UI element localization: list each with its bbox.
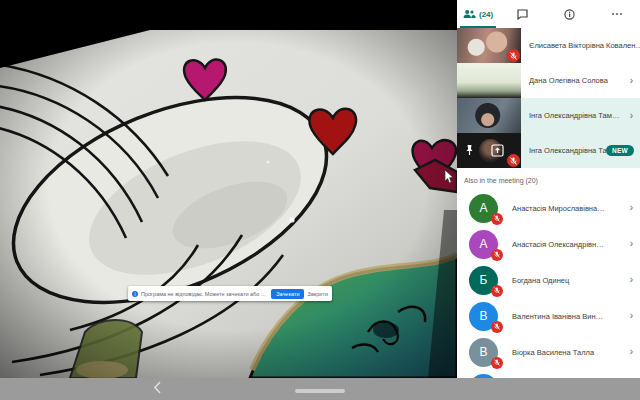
participant-name: Анастасія Мирославівна… bbox=[498, 204, 623, 213]
avatar-initial: А bbox=[479, 237, 487, 251]
more-options-button[interactable] bbox=[593, 0, 640, 28]
home-gesture-pill[interactable] bbox=[295, 389, 345, 393]
participant-video-thumbnail bbox=[457, 28, 521, 63]
participant-row[interactable]: Б Богдана Одинец › bbox=[457, 262, 640, 298]
chevron-right-icon[interactable]: › bbox=[623, 203, 640, 213]
mic-off-icon bbox=[494, 251, 500, 258]
pin-icon bbox=[465, 144, 474, 156]
info-icon bbox=[564, 9, 575, 20]
mic-off-icon bbox=[494, 323, 500, 330]
participant-row[interactable]: А Анастасія Мирославівна… › bbox=[457, 190, 640, 226]
present-screen-icon bbox=[491, 144, 504, 157]
chevron-right-icon[interactable]: › bbox=[623, 111, 640, 121]
participant-row[interactable]: В Валентина Іванівна Вин… › bbox=[457, 298, 640, 334]
info-dot-icon: i bbox=[132, 291, 138, 297]
chevron-left-icon bbox=[153, 381, 161, 394]
mic-off-icon bbox=[494, 287, 500, 294]
avatar-initial: А bbox=[479, 201, 487, 215]
participant-name: Дана Олегівна Солова bbox=[521, 76, 623, 85]
avatar-initial: В bbox=[479, 345, 487, 359]
avatar-initial: Б bbox=[480, 273, 488, 287]
people-icon bbox=[463, 9, 476, 19]
participant-name: Валентина Іванівна Вин… bbox=[498, 312, 623, 321]
participant-name: Віорка Василена Талла bbox=[498, 348, 623, 357]
mic-off-badge bbox=[491, 357, 503, 369]
mic-off-badge bbox=[491, 321, 503, 333]
avatar-initial: В bbox=[479, 309, 487, 323]
participant-name: Богдана Одинец bbox=[498, 276, 623, 285]
participant-row[interactable]: Єлисавета Вікторівна Ковален… bbox=[457, 28, 640, 63]
participant-video-thumbnail bbox=[457, 133, 521, 168]
chat-icon bbox=[517, 9, 528, 20]
mic-off-badge bbox=[491, 213, 503, 225]
meet-app: i Програма не відповідає. Можете зачекат… bbox=[0, 0, 640, 400]
in-page-notification-bar: i Програма не відповідає. Можете зачекат… bbox=[128, 286, 332, 301]
chevron-right-icon[interactable]: › bbox=[623, 275, 640, 285]
mic-off-badge bbox=[491, 285, 503, 297]
info-button[interactable] bbox=[546, 0, 593, 28]
more-icon bbox=[611, 12, 623, 16]
new-badge: NEW bbox=[606, 145, 634, 156]
mic-off-icon bbox=[494, 215, 500, 222]
panel-header: (24) bbox=[457, 0, 640, 28]
avatar: А bbox=[469, 230, 498, 259]
notification-dismiss-link[interactable]: Закрити bbox=[307, 291, 328, 297]
participant-row[interactable]: В Віорка Василена Талла › bbox=[457, 334, 640, 370]
chat-button[interactable] bbox=[499, 0, 546, 28]
chevron-right-icon[interactable]: › bbox=[623, 311, 640, 321]
mic-off-icon bbox=[510, 52, 517, 60]
chevron-right-icon[interactable]: › bbox=[623, 347, 640, 357]
participant-row[interactable]: Інга Олександрівна Там… › bbox=[457, 98, 640, 133]
mic-off-badge bbox=[507, 49, 520, 62]
avatar: А bbox=[469, 194, 498, 223]
mouse-cursor bbox=[444, 170, 454, 184]
avatar: В bbox=[469, 338, 498, 367]
participant-video-thumbnail bbox=[457, 63, 521, 98]
mic-off-badge bbox=[491, 249, 503, 261]
avatar: Б bbox=[469, 266, 498, 295]
shared-artwork-image bbox=[0, 30, 457, 378]
notification-primary-button[interactable]: Зачекати bbox=[271, 289, 304, 299]
participant-row[interactable]: Інга Олександрівна Та… NEW bbox=[457, 133, 640, 168]
mic-off-icon bbox=[510, 157, 517, 165]
participant-name: Анастасія Олександрівн… bbox=[498, 240, 623, 249]
participants-panel: (24) bbox=[457, 0, 640, 400]
participant-name: Інга Олександрівна Та… bbox=[521, 146, 606, 155]
avatar: В bbox=[469, 302, 498, 331]
notification-message: Програма не відповідає. Можете зачекати … bbox=[141, 291, 268, 297]
also-in-meeting-label: Also in the meeting (20) bbox=[457, 168, 640, 190]
chevron-right-icon[interactable]: › bbox=[623, 76, 640, 86]
tab-participants[interactable]: (24) bbox=[457, 0, 499, 28]
participant-row[interactable]: Дана Олегівна Солова › bbox=[457, 63, 640, 98]
mic-off-icon bbox=[494, 359, 500, 366]
system-navigation-bar bbox=[0, 378, 640, 400]
participant-video-thumbnail bbox=[457, 98, 521, 133]
back-button[interactable] bbox=[153, 381, 161, 397]
participants-count: (24) bbox=[479, 10, 493, 19]
chevron-right-icon[interactable]: › bbox=[623, 239, 640, 249]
mic-off-badge bbox=[507, 154, 520, 167]
shared-screen-video[interactable]: i Програма не відповідає. Можете зачекат… bbox=[0, 0, 457, 378]
participant-name: Єлисавета Вікторівна Ковален… bbox=[521, 41, 640, 50]
participant-row[interactable]: А Анастасія Олександрівн… › bbox=[457, 226, 640, 262]
participant-name: Інга Олександрівна Там… bbox=[521, 111, 623, 120]
